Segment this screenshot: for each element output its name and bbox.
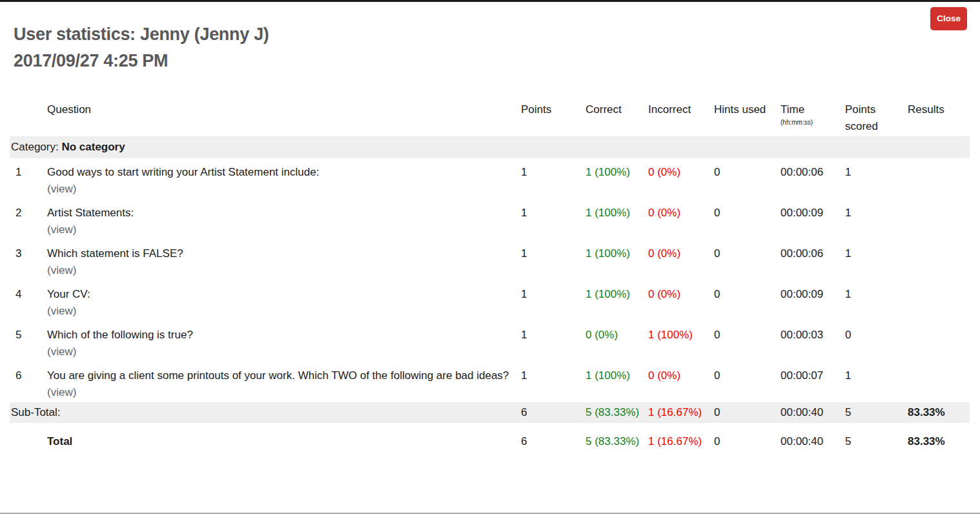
subtotal-points: 6 (521, 402, 586, 423)
view-link[interactable]: (view) (47, 181, 516, 198)
total-time: 00:00:40 (781, 423, 845, 450)
results-cell (908, 199, 970, 240)
total-points: 6 (521, 423, 586, 450)
col-number-header (10, 98, 47, 136)
question-number-cell: 2 (10, 199, 47, 240)
time-format-note: (hh:mm:ss) (781, 118, 840, 127)
points-cell: 1 (521, 362, 586, 402)
col-points-scored-header: Points scored (845, 98, 908, 136)
hints-used-cell: 0 (714, 321, 781, 362)
points-scored-cell: 1 (845, 240, 908, 280)
col-hints-header: Hints used (714, 98, 781, 136)
question-cell: Which of the following is true?(view) (47, 321, 521, 362)
total-hints: 0 (714, 423, 781, 450)
question-cell: Your CV:(view) (47, 280, 521, 321)
question-cell: Artist Statements:(view) (47, 199, 521, 240)
view-link[interactable]: (view) (47, 303, 516, 320)
points-cell: 1 (521, 321, 586, 362)
table-row: 2Artist Statements:(view)11 (100%)0 (0%)… (10, 199, 970, 240)
question-number-cell: 6 (10, 362, 47, 402)
time-cell: 00:00:06 (781, 240, 845, 280)
top-border (0, 0, 980, 2)
hints-used-cell: 0 (714, 199, 781, 240)
time-cell: 00:00:07 (781, 362, 845, 402)
total-number-cell (10, 423, 47, 450)
subtotal-incorrect: 1 (16.67%) (648, 402, 714, 423)
results-cell (908, 240, 970, 280)
total-label: Total (47, 423, 521, 450)
total-incorrect: 1 (16.67%) (648, 423, 714, 450)
col-points-header: Points (521, 98, 586, 136)
incorrect-cell: 0 (0%) (648, 240, 714, 280)
view-link[interactable]: (view) (47, 344, 516, 360)
question-text: Good ways to start writing your Artist S… (47, 164, 516, 181)
points-scored-cell: 1 (845, 362, 908, 402)
question-text: Your CV: (47, 286, 516, 303)
close-button[interactable]: Close (930, 7, 967, 30)
question-text: Which of the following is true? (47, 327, 516, 344)
incorrect-cell: 1 (100%) (648, 321, 714, 362)
time-cell: 00:00:03 (781, 321, 845, 362)
question-text: Which statement is FALSE? (47, 245, 516, 262)
total-points-scored: 5 (845, 423, 908, 450)
correct-cell: 1 (100%) (586, 362, 648, 402)
hints-used-cell: 0 (714, 158, 781, 199)
question-cell: You are giving a client some printouts o… (47, 362, 521, 402)
statistics-table: Question Points Correct Incorrect Hints … (10, 98, 970, 450)
view-link[interactable]: (view) (47, 384, 516, 401)
category-label: Category: (11, 141, 59, 153)
view-link[interactable]: (view) (47, 262, 516, 279)
hints-used-cell: 0 (714, 362, 781, 402)
correct-cell: 1 (100%) (586, 158, 648, 199)
correct-cell: 1 (100%) (586, 199, 648, 240)
subtotal-points-scored: 5 (845, 402, 908, 423)
time-cell: 00:00:06 (781, 158, 845, 199)
subtotal-hints: 0 (714, 402, 781, 423)
view-link[interactable]: (view) (47, 221, 516, 238)
incorrect-cell: 0 (0%) (648, 199, 714, 240)
correct-cell: 1 (100%) (586, 240, 648, 280)
subtotal-results: 83.33% (908, 402, 970, 423)
category-value: No category (61, 141, 125, 153)
col-correct-header: Correct (586, 98, 648, 136)
col-time-header: Time (hh:mm:ss) (781, 98, 845, 136)
user-statistics-page: Close User statistics: Jenny (Jenny J) 2… (0, 0, 980, 514)
table-header-row: Question Points Correct Incorrect Hints … (10, 98, 970, 136)
results-cell (908, 362, 970, 402)
table-row: 5Which of the following is true?(view)10… (10, 321, 970, 362)
col-incorrect-header: Incorrect (648, 98, 714, 136)
points-scored-cell: 1 (845, 280, 908, 321)
total-results: 83.33% (908, 423, 970, 450)
incorrect-cell: 0 (0%) (648, 280, 714, 321)
points-cell: 1 (521, 280, 586, 321)
results-cell (908, 321, 970, 362)
hints-used-cell: 0 (714, 240, 781, 280)
subtotal-row: Sub-Total: 6 5 (83.33%) 1 (16.67%) 0 00:… (10, 402, 970, 423)
question-number-cell: 1 (10, 158, 47, 199)
category-cell: Category: No category (10, 136, 970, 158)
points-scored-cell: 1 (845, 158, 908, 199)
points-scored-cell: 1 (845, 199, 908, 240)
question-cell: Good ways to start writing your Artist S… (47, 158, 521, 199)
points-cell: 1 (521, 158, 586, 199)
question-number-cell: 3 (10, 240, 47, 280)
page-datetime: 2017/09/27 4:25 PM (14, 48, 980, 74)
points-cell: 1 (521, 240, 586, 280)
hints-used-cell: 0 (714, 280, 781, 321)
subtotal-time: 00:00:40 (781, 402, 845, 423)
subtotal-correct: 5 (83.33%) (586, 402, 648, 423)
question-text: Artist Statements: (47, 205, 516, 221)
table-row: 4Your CV:(view)11 (100%)0 (0%)000:00:091 (10, 280, 970, 321)
correct-cell: 1 (100%) (586, 280, 648, 321)
question-text: You are giving a client some printouts o… (47, 367, 516, 384)
question-number-cell: 4 (10, 280, 47, 321)
total-row: Total 6 5 (83.33%) 1 (16.67%) 0 00:00:40… (10, 423, 970, 450)
col-question-header: Question (47, 98, 521, 136)
total-correct: 5 (83.33%) (586, 423, 648, 450)
table-row: 6You are giving a client some printouts … (10, 362, 970, 402)
question-cell: Which statement is FALSE?(view) (47, 240, 521, 280)
category-row: Category: No category (10, 136, 970, 158)
subtotal-label: Sub-Total: (10, 402, 521, 423)
points-cell: 1 (521, 199, 586, 240)
time-cell: 00:00:09 (781, 199, 845, 240)
